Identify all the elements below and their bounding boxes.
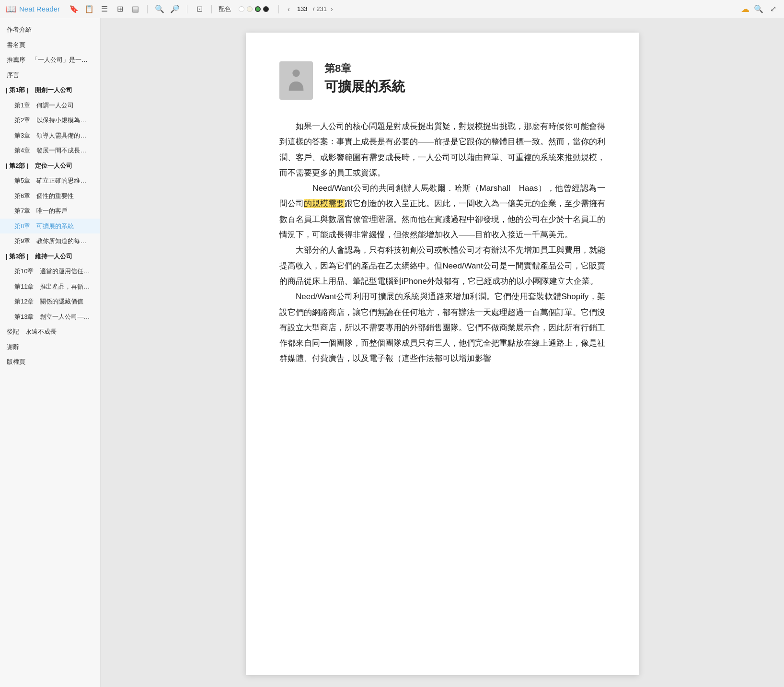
sidebar-item-colophon[interactable]: 版權頁 <box>0 354 100 370</box>
sidebar-item-thanks[interactable]: 謝辭 <box>0 339 100 355</box>
sidebar-item-ch6[interactable]: 第6章 個性的重要性 <box>0 188 100 204</box>
sidebar-item-preface[interactable]: 序言 <box>0 68 100 83</box>
chapter-header: 第8章 可擴展的系統 <box>279 61 605 100</box>
toolbar: 📖 Neat Reader 🔖 📋 ☰ ⊞ ▤ 🔍 🔎 ⊡ 配色 ‹ 133 /… <box>0 0 784 18</box>
separator-3 <box>211 5 212 13</box>
sidebar-item-ch13[interactable]: 第13章 創立一人公司——我的… <box>0 309 100 325</box>
total-pages: 231 <box>316 5 327 12</box>
separator-4 <box>278 5 279 13</box>
toolbar-right: ☁ 🔍 ⤢ <box>741 4 778 14</box>
brand-label: Neat Reader <box>19 5 60 13</box>
sidebar-item-ch2[interactable]: 第2章 以保持小規模為最終目標 <box>0 113 100 128</box>
sidebar-item-author-intro[interactable]: 作者介紹 <box>0 22 100 37</box>
sidebar-item-ch11[interactable]: 第11章 推出產品，再循序漸進… <box>0 279 100 294</box>
sidebar-item-ch7[interactable]: 第7章 唯一的客戶 <box>0 203 100 219</box>
chapter-icon <box>279 61 313 100</box>
sidebar-item-part3[interactable]: | 第3部 | 維持一人公司 <box>0 249 100 264</box>
fullscreen-icon[interactable]: ⤢ <box>768 4 778 14</box>
book-page: 第8章 可擴展的系統 如果一人公司的核心問題是對成長提出質疑，對規模提出挑戰，那… <box>246 33 639 675</box>
highlighted-text: 的規模需要 <box>304 199 345 208</box>
layout-icon[interactable]: ⊡ <box>194 4 205 14</box>
sidebar-item-recommend[interactable]: 推薦序 「一人公司」是一種社會運動 <box>0 52 100 68</box>
sidebar-item-ch8[interactable]: 第8章 可擴展的系統 <box>0 219 100 234</box>
sidebar-item-ch12[interactable]: 第12章 關係的隱藏價值 <box>0 294 100 309</box>
paragraph-2: Need/Want公司的共同創辦人馬歇爾．哈斯（Marshall Haas），他… <box>279 181 605 243</box>
menu-icon[interactable]: ☰ <box>99 4 110 14</box>
content-area: 第8章 可擴展的系統 如果一人公司的核心問題是對成長提出質疑，對規模提出挑戰，那… <box>101 18 784 687</box>
svg-point-0 <box>292 70 300 77</box>
search-icon-2[interactable]: 🔎 <box>170 4 180 14</box>
paragraph-3: 大部分的人會認為，只有科技初創公司或軟體公司才有辦法不先增加員工與費用，就能提高… <box>279 243 605 289</box>
main-layout: 作者介紹 書名頁 推薦序 「一人公司」是一種社會運動 序言 | 第1部 | 開創… <box>0 18 784 687</box>
search-icon-1[interactable]: 🔍 <box>154 4 165 14</box>
sidebar-item-ch9[interactable]: 第9章 教你所知道的每件事 <box>0 233 100 249</box>
separator-1 <box>147 5 148 13</box>
sidebar-item-ch5[interactable]: 第5章 確立正確的思維模式 <box>0 173 100 188</box>
list-icon[interactable]: ▤ <box>130 4 140 14</box>
prev-page-button[interactable]: ‹ <box>286 4 292 14</box>
chapter-title-block: 第8章 可擴展的系統 <box>324 61 405 96</box>
color-label: 配色 <box>219 5 231 13</box>
sidebar-item-ch3[interactable]: 第3章 領導人需具備的條件 <box>0 128 100 143</box>
sidebar-item-part1[interactable]: | 第1部 | 開創一人公司 <box>0 82 100 98</box>
chapter-title: 可擴展的系統 <box>324 78 405 96</box>
sidebar-item-ch1[interactable]: 第1章 何謂一人公司 <box>0 98 100 113</box>
copy-icon[interactable]: 📋 <box>84 4 94 14</box>
sidebar-item-ch10[interactable]: 第10章 適當的運用信任與規模 <box>0 264 100 279</box>
bookmark-icon[interactable]: 🔖 <box>69 4 79 14</box>
current-page-input[interactable]: 133 <box>294 5 311 12</box>
sidebar-item-part2[interactable]: | 第2部 | 定位一人公司 <box>0 158 100 174</box>
color-dot-dark[interactable] <box>263 6 269 12</box>
app-brand: 📖 Neat Reader <box>6 4 60 14</box>
color-dot-green[interactable] <box>255 6 261 12</box>
grid-icon[interactable]: ⊞ <box>115 4 125 14</box>
color-dot-white[interactable] <box>239 6 244 12</box>
cloud-icon[interactable]: ☁ <box>741 4 749 14</box>
book-text: 如果一人公司的核心問題是對成長提出質疑，對規模提出挑戰，那麼有時候你可能會得到這… <box>279 119 605 367</box>
paragraph-1: 如果一人公司的核心問題是對成長提出質疑，對規模提出挑戰，那麼有時候你可能會得到這… <box>279 119 605 181</box>
brand-icon: 📖 <box>6 4 16 14</box>
page-separator: / <box>313 5 315 12</box>
search-global-icon[interactable]: 🔍 <box>753 4 764 14</box>
paragraph-4: Need/Want公司利用可擴展的系統與通路來增加利潤。它們使用套裝軟體Shop… <box>279 289 605 366</box>
color-dot-cream[interactable] <box>247 6 253 12</box>
sidebar-item-title-page[interactable]: 書名頁 <box>0 37 100 53</box>
chapter-number: 第8章 <box>324 61 405 76</box>
color-dots <box>239 6 269 12</box>
page-navigation: ‹ 133 / 231 › <box>286 4 335 14</box>
next-page-button[interactable]: › <box>329 4 335 14</box>
sidebar-item-epilogue[interactable]: 後記 永遠不成長 <box>0 324 100 339</box>
person-icon <box>287 69 306 93</box>
sidebar: 作者介紹 書名頁 推薦序 「一人公司」是一種社會運動 序言 | 第1部 | 開創… <box>0 18 101 687</box>
separator-2 <box>187 5 187 13</box>
sidebar-item-ch4[interactable]: 第4章 發展一間不成長的公司 <box>0 143 100 158</box>
